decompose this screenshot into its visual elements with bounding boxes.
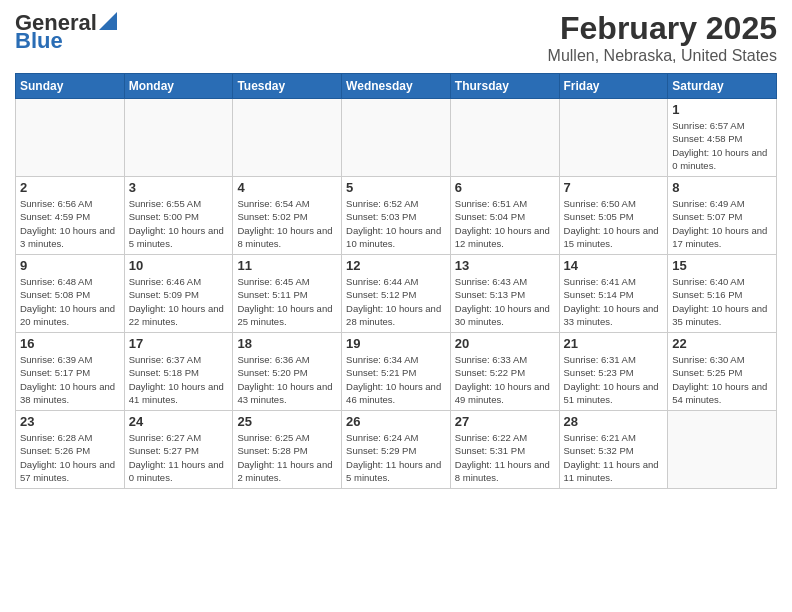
calendar-week-row: 9Sunrise: 6:48 AM Sunset: 5:08 PM Daylig…: [16, 255, 777, 333]
day-number: 5: [346, 180, 446, 195]
day-number: 6: [455, 180, 555, 195]
day-number: 18: [237, 336, 337, 351]
col-friday: Friday: [559, 74, 668, 99]
day-number: 1: [672, 102, 772, 117]
day-info: Sunrise: 6:39 AM Sunset: 5:17 PM Dayligh…: [20, 353, 120, 406]
day-number: 26: [346, 414, 446, 429]
day-number: 20: [455, 336, 555, 351]
day-info: Sunrise: 6:34 AM Sunset: 5:21 PM Dayligh…: [346, 353, 446, 406]
day-info: Sunrise: 6:46 AM Sunset: 5:09 PM Dayligh…: [129, 275, 229, 328]
calendar-day-cell: [450, 99, 559, 177]
day-info: Sunrise: 6:56 AM Sunset: 4:59 PM Dayligh…: [20, 197, 120, 250]
calendar-day-cell: 10Sunrise: 6:46 AM Sunset: 5:09 PM Dayli…: [124, 255, 233, 333]
day-info: Sunrise: 6:48 AM Sunset: 5:08 PM Dayligh…: [20, 275, 120, 328]
calendar-day-cell: 11Sunrise: 6:45 AM Sunset: 5:11 PM Dayli…: [233, 255, 342, 333]
calendar-week-row: 2Sunrise: 6:56 AM Sunset: 4:59 PM Daylig…: [16, 177, 777, 255]
calendar-day-cell: 6Sunrise: 6:51 AM Sunset: 5:04 PM Daylig…: [450, 177, 559, 255]
day-info: Sunrise: 6:50 AM Sunset: 5:05 PM Dayligh…: [564, 197, 664, 250]
day-number: 14: [564, 258, 664, 273]
day-info: Sunrise: 6:45 AM Sunset: 5:11 PM Dayligh…: [237, 275, 337, 328]
day-info: Sunrise: 6:55 AM Sunset: 5:00 PM Dayligh…: [129, 197, 229, 250]
calendar-week-row: 16Sunrise: 6:39 AM Sunset: 5:17 PM Dayli…: [16, 333, 777, 411]
page: General Blue February 2025 Mullen, Nebra…: [0, 0, 792, 612]
calendar-day-cell: 24Sunrise: 6:27 AM Sunset: 5:27 PM Dayli…: [124, 411, 233, 489]
day-number: 17: [129, 336, 229, 351]
day-info: Sunrise: 6:31 AM Sunset: 5:23 PM Dayligh…: [564, 353, 664, 406]
day-number: 13: [455, 258, 555, 273]
calendar-day-cell: 17Sunrise: 6:37 AM Sunset: 5:18 PM Dayli…: [124, 333, 233, 411]
logo-icon: [99, 12, 117, 30]
calendar-day-cell: 15Sunrise: 6:40 AM Sunset: 5:16 PM Dayli…: [668, 255, 777, 333]
day-number: 23: [20, 414, 120, 429]
calendar-day-cell: 7Sunrise: 6:50 AM Sunset: 5:05 PM Daylig…: [559, 177, 668, 255]
month-year-title: February 2025: [548, 10, 777, 47]
day-info: Sunrise: 6:28 AM Sunset: 5:26 PM Dayligh…: [20, 431, 120, 484]
calendar-day-cell: 22Sunrise: 6:30 AM Sunset: 5:25 PM Dayli…: [668, 333, 777, 411]
calendar-table: Sunday Monday Tuesday Wednesday Thursday…: [15, 73, 777, 489]
day-number: 15: [672, 258, 772, 273]
day-info: Sunrise: 6:36 AM Sunset: 5:20 PM Dayligh…: [237, 353, 337, 406]
calendar-day-cell: 12Sunrise: 6:44 AM Sunset: 5:12 PM Dayli…: [342, 255, 451, 333]
calendar-day-cell: 25Sunrise: 6:25 AM Sunset: 5:28 PM Dayli…: [233, 411, 342, 489]
day-info: Sunrise: 6:27 AM Sunset: 5:27 PM Dayligh…: [129, 431, 229, 484]
calendar-day-cell: [342, 99, 451, 177]
day-info: Sunrise: 6:30 AM Sunset: 5:25 PM Dayligh…: [672, 353, 772, 406]
day-number: 28: [564, 414, 664, 429]
day-number: 9: [20, 258, 120, 273]
day-info: Sunrise: 6:54 AM Sunset: 5:02 PM Dayligh…: [237, 197, 337, 250]
logo: General Blue: [15, 10, 117, 54]
day-info: Sunrise: 6:41 AM Sunset: 5:14 PM Dayligh…: [564, 275, 664, 328]
day-info: Sunrise: 6:37 AM Sunset: 5:18 PM Dayligh…: [129, 353, 229, 406]
day-number: 21: [564, 336, 664, 351]
calendar-day-cell: 13Sunrise: 6:43 AM Sunset: 5:13 PM Dayli…: [450, 255, 559, 333]
header: General Blue February 2025 Mullen, Nebra…: [15, 10, 777, 65]
svg-marker-0: [99, 12, 117, 30]
calendar-day-cell: 8Sunrise: 6:49 AM Sunset: 5:07 PM Daylig…: [668, 177, 777, 255]
day-info: Sunrise: 6:21 AM Sunset: 5:32 PM Dayligh…: [564, 431, 664, 484]
calendar-day-cell: 21Sunrise: 6:31 AM Sunset: 5:23 PM Dayli…: [559, 333, 668, 411]
calendar-day-cell: 4Sunrise: 6:54 AM Sunset: 5:02 PM Daylig…: [233, 177, 342, 255]
day-number: 11: [237, 258, 337, 273]
calendar-header-row: Sunday Monday Tuesday Wednesday Thursday…: [16, 74, 777, 99]
day-number: 12: [346, 258, 446, 273]
calendar-day-cell: 9Sunrise: 6:48 AM Sunset: 5:08 PM Daylig…: [16, 255, 125, 333]
col-monday: Monday: [124, 74, 233, 99]
calendar-day-cell: 3Sunrise: 6:55 AM Sunset: 5:00 PM Daylig…: [124, 177, 233, 255]
calendar-day-cell: 1Sunrise: 6:57 AM Sunset: 4:58 PM Daylig…: [668, 99, 777, 177]
day-number: 22: [672, 336, 772, 351]
col-thursday: Thursday: [450, 74, 559, 99]
calendar-day-cell: 16Sunrise: 6:39 AM Sunset: 5:17 PM Dayli…: [16, 333, 125, 411]
calendar-day-cell: [16, 99, 125, 177]
location-subtitle: Mullen, Nebraska, United States: [548, 47, 777, 65]
day-number: 4: [237, 180, 337, 195]
day-info: Sunrise: 6:22 AM Sunset: 5:31 PM Dayligh…: [455, 431, 555, 484]
day-info: Sunrise: 6:52 AM Sunset: 5:03 PM Dayligh…: [346, 197, 446, 250]
calendar-day-cell: 26Sunrise: 6:24 AM Sunset: 5:29 PM Dayli…: [342, 411, 451, 489]
day-info: Sunrise: 6:49 AM Sunset: 5:07 PM Dayligh…: [672, 197, 772, 250]
calendar-day-cell: [668, 411, 777, 489]
calendar-day-cell: [233, 99, 342, 177]
day-number: 27: [455, 414, 555, 429]
col-sunday: Sunday: [16, 74, 125, 99]
calendar-day-cell: 18Sunrise: 6:36 AM Sunset: 5:20 PM Dayli…: [233, 333, 342, 411]
col-wednesday: Wednesday: [342, 74, 451, 99]
calendar-day-cell: 27Sunrise: 6:22 AM Sunset: 5:31 PM Dayli…: [450, 411, 559, 489]
day-number: 3: [129, 180, 229, 195]
col-saturday: Saturday: [668, 74, 777, 99]
calendar-day-cell: 23Sunrise: 6:28 AM Sunset: 5:26 PM Dayli…: [16, 411, 125, 489]
calendar-day-cell: 19Sunrise: 6:34 AM Sunset: 5:21 PM Dayli…: [342, 333, 451, 411]
day-info: Sunrise: 6:40 AM Sunset: 5:16 PM Dayligh…: [672, 275, 772, 328]
calendar-day-cell: 14Sunrise: 6:41 AM Sunset: 5:14 PM Dayli…: [559, 255, 668, 333]
day-info: Sunrise: 6:33 AM Sunset: 5:22 PM Dayligh…: [455, 353, 555, 406]
day-info: Sunrise: 6:43 AM Sunset: 5:13 PM Dayligh…: [455, 275, 555, 328]
day-info: Sunrise: 6:44 AM Sunset: 5:12 PM Dayligh…: [346, 275, 446, 328]
title-block: February 2025 Mullen, Nebraska, United S…: [548, 10, 777, 65]
calendar-day-cell: [559, 99, 668, 177]
calendar-day-cell: 2Sunrise: 6:56 AM Sunset: 4:59 PM Daylig…: [16, 177, 125, 255]
day-number: 19: [346, 336, 446, 351]
day-info: Sunrise: 6:57 AM Sunset: 4:58 PM Dayligh…: [672, 119, 772, 172]
logo-blue: Blue: [15, 28, 63, 54]
day-number: 16: [20, 336, 120, 351]
day-info: Sunrise: 6:51 AM Sunset: 5:04 PM Dayligh…: [455, 197, 555, 250]
calendar-day-cell: 20Sunrise: 6:33 AM Sunset: 5:22 PM Dayli…: [450, 333, 559, 411]
